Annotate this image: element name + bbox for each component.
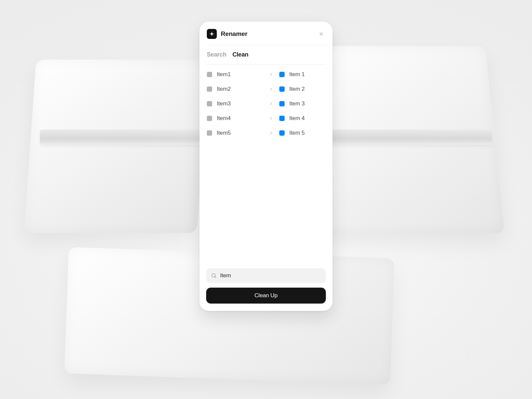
renamed-name: Item 4 — [289, 115, 325, 122]
renamed-name: Item 3 — [289, 100, 325, 107]
search-field[interactable] — [206, 268, 326, 283]
original-swatch-icon — [207, 72, 212, 77]
list-item: Item5 Item 5 — [207, 130, 325, 136]
svg-point-2 — [212, 274, 215, 277]
list-item: Item3 Item 3 — [207, 100, 325, 107]
renamed-name: Item 1 — [289, 71, 325, 78]
tab-search[interactable]: Search — [207, 51, 226, 58]
chevron-right-icon — [269, 101, 273, 106]
list-item: Item2 Item 2 — [207, 86, 325, 92]
spacer — [206, 136, 326, 265]
search-input[interactable] — [220, 272, 321, 279]
original-name: Item3 — [217, 100, 253, 107]
svg-line-3 — [215, 277, 216, 278]
close-button[interactable] — [317, 30, 325, 38]
renamed-name: Item 5 — [289, 130, 325, 136]
chevron-right-icon — [269, 116, 273, 121]
original-swatch-icon — [207, 101, 212, 106]
renamed-swatch-icon — [279, 86, 285, 92]
app-icon — [207, 29, 217, 39]
list-item: Item1 Item 1 — [207, 71, 325, 78]
panel-title: Renamer — [221, 30, 247, 38]
renamed-swatch-icon — [279, 72, 285, 77]
clean-up-button[interactable]: Clean Up — [206, 288, 326, 304]
original-swatch-icon — [207, 130, 212, 136]
search-icon — [211, 273, 217, 279]
renamed-name: Item 2 — [289, 86, 325, 92]
tab-clean[interactable]: Clean — [232, 51, 248, 58]
rename-list: Item1 Item 1 Item2 Item 2 Item3 — [206, 65, 326, 136]
panel-header: Renamer — [206, 28, 326, 45]
chevron-right-icon — [269, 131, 273, 135]
sparkle-icon — [209, 31, 215, 37]
original-swatch-icon — [207, 86, 212, 92]
chevron-right-icon — [269, 72, 273, 77]
original-name: Item1 — [217, 71, 253, 78]
original-swatch-icon — [207, 116, 212, 121]
list-item: Item4 Item 4 — [207, 115, 325, 122]
close-icon — [319, 32, 324, 36]
chevron-right-icon — [269, 87, 273, 91]
original-name: Item2 — [217, 86, 253, 92]
renamed-swatch-icon — [279, 101, 285, 106]
tabs: Search Clean — [206, 45, 326, 65]
bg-shape — [24, 60, 208, 233]
original-name: Item4 — [217, 115, 253, 122]
renamed-swatch-icon — [279, 130, 285, 136]
renamer-panel: Renamer Search Clean Item1 Item 1 Item2 — [200, 22, 332, 311]
renamed-swatch-icon — [279, 116, 285, 121]
original-name: Item5 — [217, 130, 253, 136]
